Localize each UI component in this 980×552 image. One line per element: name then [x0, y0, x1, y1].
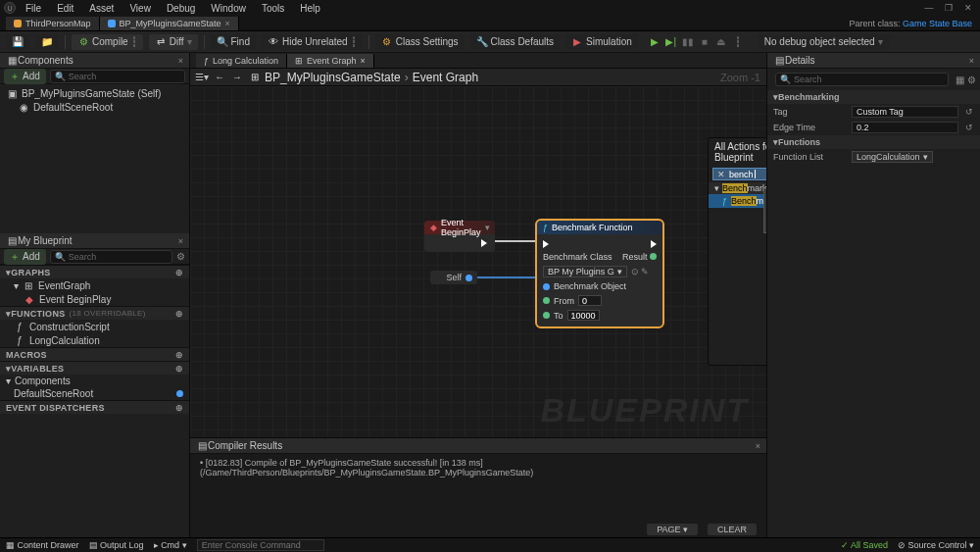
exec-input-pin[interactable]: [543, 240, 549, 248]
close-icon[interactable]: ×: [178, 236, 183, 246]
source-control-status[interactable]: ⊘ Source Control ▾: [898, 540, 974, 550]
breadcrumb-root[interactable]: BP_MyPluginsGameState: [265, 71, 401, 84]
breadcrumb-leaf[interactable]: Event Graph: [413, 71, 478, 84]
compiler-results-tab[interactable]: ▤ Compiler Results ×: [190, 438, 766, 454]
exec-output-pin[interactable]: [481, 239, 487, 247]
graphs-category[interactable]: ▾GRAPHS ⊕: [0, 265, 189, 278]
details-search-input[interactable]: 🔍 Search: [775, 73, 949, 86]
class-defaults-button[interactable]: 🔧 Class Defaults: [470, 34, 560, 50]
details-cat-benchmarking[interactable]: ▾ Benchmarking: [767, 90, 980, 104]
my-blueprint-search-input[interactable]: 🔍 Search: [50, 250, 172, 264]
my-blueprint-panel-tab[interactable]: ▤ My Blueprint ×: [0, 233, 189, 249]
gear-icon[interactable]: ⚙: [176, 251, 185, 262]
tab-long-calculation[interactable]: ƒ Long Calculation: [196, 54, 287, 68]
play-skip-button[interactable]: ▶|: [664, 35, 678, 49]
page-dropdown[interactable]: PAGE ▾: [647, 524, 698, 535]
menu-edit[interactable]: Edit: [51, 1, 79, 16]
eject-button[interactable]: ⏏: [714, 35, 728, 49]
content-drawer-button[interactable]: ▦ Content Drawer: [6, 540, 79, 550]
find-button[interactable]: 🔍 Find: [211, 34, 256, 50]
functions-category[interactable]: ▾FUNCTIONS (18 OVERRIDABLE) ⊕: [0, 306, 189, 320]
tab-blueprint[interactable]: BP_MyPluginsGameState ×: [100, 17, 239, 30]
event-graph-item[interactable]: ▾⊞ EventGraph: [0, 278, 189, 292]
debug-object-dropdown[interactable]: No debug object selected ▾: [759, 34, 889, 50]
all-saved-status[interactable]: ✓ All Saved: [841, 540, 888, 550]
tab-close-icon[interactable]: ×: [225, 19, 230, 28]
nav-menu-icon[interactable]: ☰▾: [196, 72, 208, 83]
clear-button[interactable]: CLEAR: [708, 524, 757, 535]
nav-back-button[interactable]: ←: [214, 72, 225, 83]
save-button[interactable]: 💾: [6, 34, 29, 50]
chevron-down-icon[interactable]: ┇: [731, 35, 745, 49]
browse-button[interactable]: 📁: [35, 34, 59, 50]
from-input[interactable]: 0: [578, 295, 602, 306]
pause-button[interactable]: ▮▮: [681, 35, 695, 49]
int-input-pin[interactable]: [543, 312, 550, 319]
components-panel-tab[interactable]: ▦ Components ×: [0, 53, 189, 69]
menu-debug[interactable]: Debug: [161, 1, 201, 16]
menu-help[interactable]: Help: [294, 1, 326, 16]
context-search-input[interactable]: ✕ bench: [712, 168, 766, 180]
add-graph-button[interactable]: ⊕: [175, 268, 183, 277]
context-item-benchmark-function[interactable]: ƒ Benchmark Function: [709, 194, 766, 208]
component-root[interactable]: ▣ BP_MyPluginsGameState (Self): [4, 86, 185, 100]
clear-icon[interactable]: ✕: [717, 170, 725, 179]
menu-tools[interactable]: Tools: [256, 1, 290, 16]
int-input-pin[interactable]: [543, 297, 550, 304]
window-close-button[interactable]: ✕: [960, 2, 976, 14]
window-minimize-button[interactable]: —: [921, 2, 937, 14]
exec-output-pin[interactable]: [651, 240, 657, 248]
close-icon[interactable]: ×: [361, 56, 366, 66]
grid-icon[interactable]: ▦: [956, 75, 964, 85]
cmd-dropdown[interactable]: ▸ Cmd ▾: [154, 540, 187, 550]
compile-button[interactable]: ⚙ Compile ┇: [72, 34, 143, 50]
details-cat-functions[interactable]: ▾ Functions: [767, 135, 980, 149]
components-search-input[interactable]: 🔍 Search: [50, 70, 185, 83]
parent-class-link[interactable]: Game State Base: [903, 19, 972, 28]
add-blueprint-item-button[interactable]: ＋ Add: [4, 249, 46, 265]
event-graph-canvas[interactable]: BLUEPRINT ◆Event BeginPlay▾ Self ƒBenchm…: [190, 86, 766, 437]
variable-default-scene-root[interactable]: DefaultSceneRoot: [0, 387, 189, 400]
benchmark-function-node[interactable]: ƒBenchmark Function Benchmark Class Resu…: [537, 221, 662, 326]
long-calculation-item[interactable]: ƒ LongCalculation: [0, 333, 189, 347]
detail-value-edge-time[interactable]: 0.2: [852, 122, 958, 133]
close-icon[interactable]: ×: [969, 56, 974, 66]
gear-icon[interactable]: ⚙: [967, 75, 976, 85]
class-dropdown[interactable]: BP My Plugins G▾: [543, 266, 627, 277]
window-maximize-button[interactable]: ❐: [941, 2, 956, 14]
details-panel-tab[interactable]: ▤ Details ×: [767, 53, 980, 69]
menu-file[interactable]: File: [20, 1, 47, 16]
console-input[interactable]: [197, 539, 324, 551]
reset-icon[interactable]: ↺: [964, 107, 974, 117]
add-variable-button[interactable]: ⊕: [175, 364, 183, 374]
add-function-button[interactable]: ⊕: [175, 309, 183, 319]
component-scene-root[interactable]: ◉ DefaultSceneRoot: [4, 100, 185, 114]
close-icon[interactable]: ×: [756, 441, 760, 451]
reset-icon[interactable]: ↺: [964, 123, 974, 132]
menu-asset[interactable]: Asset: [83, 1, 120, 16]
object-output-pin[interactable]: [466, 275, 472, 281]
close-icon[interactable]: ×: [178, 56, 183, 66]
event-beginplay-item[interactable]: ◆ Event BeginPlay: [0, 292, 189, 306]
add-component-button[interactable]: ＋ Add: [4, 69, 46, 84]
construction-script-item[interactable]: ƒ ConstructionScript: [0, 320, 189, 333]
output-log-button[interactable]: ▤ Output Log: [89, 540, 144, 550]
add-dispatcher-button[interactable]: ⊕: [175, 403, 183, 413]
self-reference-node[interactable]: Self: [430, 271, 477, 284]
to-input[interactable]: 10000: [567, 310, 600, 321]
context-category-benchmarking[interactable]: ▾Benchmarking: [709, 182, 766, 194]
class-settings-button[interactable]: ⚙ Class Settings: [375, 34, 465, 50]
function-list-dropdown[interactable]: LongCalculation ▾: [852, 151, 933, 163]
result-output-pin[interactable]: [650, 253, 657, 260]
tab-event-graph[interactable]: ⊞ Event Graph ×: [287, 54, 374, 68]
detail-value-tag[interactable]: Custom Tag: [852, 106, 958, 118]
menu-window[interactable]: Window: [205, 1, 252, 16]
event-begin-play-node[interactable]: ◆Event BeginPlay▾: [424, 221, 495, 252]
diff-button[interactable]: ⇄ Diff ▾: [149, 34, 198, 50]
stop-button[interactable]: ■: [698, 35, 711, 49]
object-input-pin[interactable]: [543, 283, 550, 290]
variables-components-group[interactable]: ▾Components: [0, 375, 189, 387]
hide-unrelated-button[interactable]: 👁 Hide Unrelated ┇: [262, 34, 363, 50]
macros-category[interactable]: MACROS ⊕: [0, 347, 189, 361]
nav-forward-button[interactable]: →: [231, 72, 243, 83]
